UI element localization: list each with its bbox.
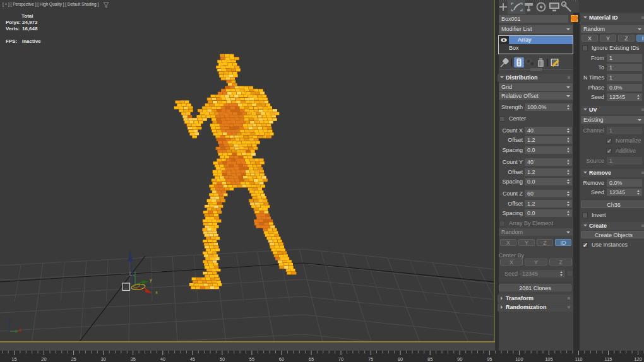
- svg-text:55: 55: [249, 356, 254, 362]
- svg-text:35: 35: [131, 356, 136, 362]
- svg-text:100: 100: [515, 356, 523, 362]
- svg-text:120: 120: [634, 356, 642, 362]
- svg-text:115: 115: [605, 356, 612, 362]
- svg-text:30: 30: [101, 356, 106, 362]
- svg-text:60: 60: [279, 356, 284, 362]
- svg-text:x: x: [155, 289, 158, 295]
- svg-text:15: 15: [11, 356, 16, 362]
- svg-text:70: 70: [338, 356, 343, 362]
- svg-text:y: y: [150, 277, 152, 283]
- svg-text:45: 45: [190, 356, 195, 362]
- svg-text:80: 80: [398, 356, 403, 362]
- svg-text:25: 25: [71, 356, 76, 362]
- svg-text:110: 110: [575, 356, 583, 362]
- svg-text:75: 75: [368, 356, 373, 362]
- svg-text:95: 95: [487, 356, 492, 362]
- svg-text:90: 90: [457, 356, 462, 362]
- svg-text:40: 40: [160, 356, 165, 362]
- svg-text:105: 105: [545, 356, 553, 362]
- svg-text:65: 65: [309, 356, 314, 362]
- svg-text:20: 20: [41, 356, 46, 362]
- svg-text:50: 50: [220, 356, 225, 362]
- svg-text:85: 85: [427, 356, 432, 362]
